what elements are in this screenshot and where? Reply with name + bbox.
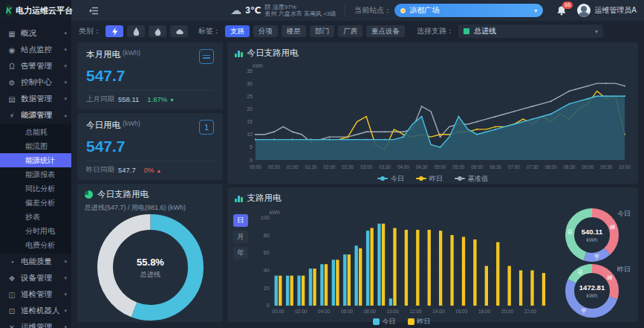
tag-部门-button[interactable]: 部门 <box>310 25 334 37</box>
period-月-button[interactable]: 月 <box>233 231 248 243</box>
app-root: K 电力运维云平台 ☁ 3℃ 阴 湿度97% 贵州 六盘水市 东南风 <3级 当… <box>0 0 644 328</box>
branch-line-card: 今日支路用电 kWh0510152025303500:0000:3001:000… <box>227 42 638 184</box>
svg-text:07:30: 07:30 <box>527 164 539 170</box>
chevron-down-icon: ▾ <box>64 308 67 314</box>
calendar-day-icon: 1 <box>199 120 214 135</box>
user-avatar[interactable] <box>577 4 591 17</box>
sidebar-item-7[interactable]: ❖ 设备管理 ▾ <box>0 270 71 286</box>
chevron-down-icon: ▾ <box>64 275 67 281</box>
svg-text:09:00: 09:00 <box>582 164 593 170</box>
cloud-icon <box>175 28 183 36</box>
branch-select[interactable]: 总进线 ▾ <box>458 25 603 38</box>
svg-text:09:30: 09:30 <box>600 164 612 170</box>
notifications-bell[interactable]: 66 <box>556 5 567 16</box>
chevron-down-icon: ▾ <box>64 80 67 86</box>
period-buttons: 日月年 <box>233 207 253 319</box>
weather-location: 贵州 六盘水市 东南风 <3级 <box>265 10 336 17</box>
line-card-title: 今日支路用电 <box>247 48 299 59</box>
month-card-title: 本月用电 <box>86 49 120 60</box>
sidebar-item-3[interactable]: ⚙ 控制中心 ▾ <box>0 74 71 91</box>
sidebar-item-8[interactable]: ◫ 巡检管理 ▾ <box>0 286 71 303</box>
today-card-unit: (kWh) <box>123 120 140 127</box>
sidebar-item-6[interactable]: ◔ 电能质量 ▾ <box>0 254 71 270</box>
legend-item[interactable]: 昨日 <box>408 317 431 327</box>
donut-card-title: 今日支路用电 <box>97 189 149 200</box>
sidebar-item-0[interactable]: ▦ 概况 ▾ <box>0 25 71 42</box>
svg-text:10: 10 <box>247 132 253 137</box>
branch-donut-chart: 55.8%总进线 <box>77 213 223 322</box>
svg-text:04:00: 04:00 <box>318 309 331 314</box>
sidebar-subitem[interactable]: 偏差分析 <box>0 196 71 210</box>
chevron-down-icon: ▾ <box>64 63 67 69</box>
svg-text:00:30: 00:30 <box>268 164 280 170</box>
peak-valley-donuts: 峰平谷540.11kWh今日峰平谷1472.81kWh昨日 <box>550 207 634 319</box>
water-drop-icon <box>132 28 140 36</box>
today-pie-chart: 峰平谷540.11kWh今日 <box>550 208 634 263</box>
chevron-down-icon: ▾ <box>64 324 67 328</box>
app-title: 电力运维云平台 <box>16 5 73 16</box>
sidebar-item-5[interactable]: ⚡ 能源管理 ▴ <box>0 107 71 123</box>
sidebar-item-10[interactable]: ✕ 运维管理 ▾ <box>0 319 71 328</box>
tag-厂房-button[interactable]: 厂房 <box>338 25 362 37</box>
svg-text:01:00: 01:00 <box>287 164 299 170</box>
sidebar-subitem[interactable]: 电费分析 <box>0 238 71 252</box>
tag-楼层-button[interactable]: 楼层 <box>282 25 306 37</box>
sidebar-item-4[interactable]: ▤ 数据管理 ▾ <box>0 91 71 107</box>
bar-card-title: 支路用电 <box>247 193 282 204</box>
chevron-up-icon: ▴ <box>64 112 67 118</box>
svg-text:00:00: 00:00 <box>250 164 261 170</box>
flame-icon <box>154 28 162 36</box>
svg-text:60: 60 <box>264 249 270 256</box>
sidebar-subitem[interactable]: 能源统计 <box>0 153 71 167</box>
category-electricity-button[interactable] <box>105 25 123 37</box>
svg-text:00:00: 00:00 <box>272 309 284 314</box>
energy-plug-icon: ⚡ <box>7 112 16 120</box>
svg-text:16:00: 16:00 <box>455 309 468 314</box>
filter-bar: 类别： 标签： 支路分项楼层部门厂房重点设备 选择支路： 总进线 ▾ <box>71 23 644 39</box>
category-steam-button[interactable] <box>170 25 188 37</box>
category-water-button[interactable] <box>127 25 145 37</box>
legend-item[interactable]: 基准值 <box>455 174 488 184</box>
sidebar-subitem[interactable]: 同比分析 <box>0 181 71 196</box>
sidebar-subitem[interactable]: 能流图 <box>0 139 71 153</box>
svg-text:14:00: 14:00 <box>432 309 445 314</box>
legend-item[interactable]: 今日 <box>373 317 396 327</box>
tag-支路-button[interactable]: 支路 <box>225 25 250 37</box>
bar-chart-legend: 今日昨日 <box>253 317 550 327</box>
tag-重点设备-button[interactable]: 重点设备 <box>366 25 405 37</box>
branch-label: 选择支路： <box>417 26 454 36</box>
branch-color-square <box>464 28 469 34</box>
svg-text:20: 20 <box>247 106 253 112</box>
sidebar-subitem[interactable]: 分时用电 <box>0 224 71 238</box>
collapse-sidebar-icon[interactable] <box>89 7 99 15</box>
sidebar-item-9[interactable]: ⊡ 巡检机器人 ▾ <box>0 303 71 319</box>
sidebar-item-2[interactable]: Ω 告警管理 ▾ <box>0 58 71 74</box>
bell-icon: Ω <box>7 62 16 71</box>
category-gas-button[interactable] <box>149 25 166 37</box>
sidebar-subitem[interactable]: 抄表 <box>0 210 71 224</box>
weather-condition: 阴 湿度97% <box>265 4 336 10</box>
sidebar-item-1[interactable]: ◉ 站点监控 ▾ <box>0 42 71 58</box>
main-area: 类别： 标签： 支路分项楼层部门厂房重点设备 选择支路： 总进线 ▾ 本月用电 … <box>71 21 644 328</box>
legend-item[interactable]: 今日 <box>377 174 404 184</box>
period-年-button[interactable]: 年 <box>233 247 248 260</box>
svg-text:02:00: 02:00 <box>324 164 336 170</box>
svg-text:55.8%: 55.8% <box>137 257 164 268</box>
station-label: 当前站点： <box>354 5 391 16</box>
svg-text:08:00: 08:00 <box>364 309 377 314</box>
sidebar-subitem[interactable]: 总能耗 <box>0 125 71 139</box>
period-日-button[interactable]: 日 <box>233 214 248 227</box>
svg-text:08:30: 08:30 <box>564 164 576 170</box>
svg-text:40: 40 <box>264 267 270 274</box>
month-usage-value: 547.7 <box>86 67 214 85</box>
station-select[interactable]: 凉都广场 ▾ <box>394 4 543 17</box>
sidebar-nav: ▦ 概况 ▾◉ 站点监控 ▾Ω 告警管理 ▾⚙ 控制中心 ▾▤ 数据管理 ▾⚡ … <box>0 21 71 328</box>
legend-item[interactable]: 昨日 <box>416 174 443 184</box>
svg-text:03:00: 03:00 <box>360 164 372 170</box>
notification-badge: 66 <box>562 1 573 9</box>
month-usage-card: 本月用电 (kWh) 547.7 上月同期 558.11 1.87% ▼ <box>77 42 223 109</box>
svg-text:15: 15 <box>247 119 253 124</box>
svg-text:10:00: 10:00 <box>619 164 631 170</box>
sidebar-subitem[interactable]: 能源报表 <box>0 167 71 181</box>
tag-分项-button[interactable]: 分项 <box>253 25 278 37</box>
